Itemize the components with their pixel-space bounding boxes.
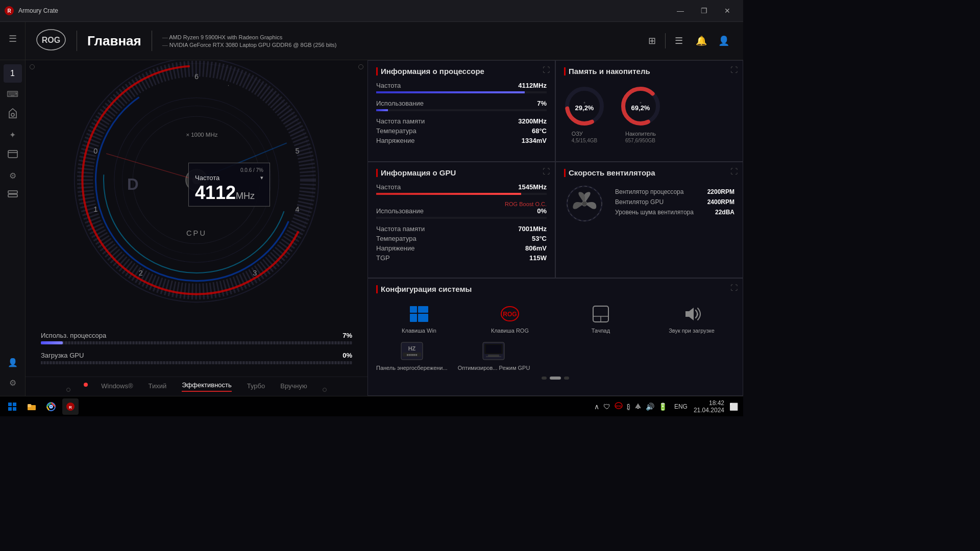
gpu-tgp-label: TGP: [376, 254, 390, 262]
bootsound-label: Звук при загрузке: [669, 327, 715, 334]
mode-windows[interactable]: Windows®: [101, 382, 133, 392]
cpu-usage-bar2: [376, 109, 547, 111]
tray-network[interactable]: [633, 403, 643, 411]
noise-row: Уровень шума вентилятора 22dBA: [615, 209, 734, 216]
cpu-usage-stat2: Использование 7%: [376, 99, 547, 107]
gpu-memfreq-stat: Частота памяти 7001MHz: [376, 225, 547, 233]
ram-circle-wrap: + 29,2% ОЗУ 4,5/15,4GB: [564, 86, 605, 143]
tray-battery[interactable]: 🔋: [657, 403, 668, 411]
cpu-usage-value2: 7%: [537, 99, 547, 107]
svg-text:ROG: ROG: [42, 36, 60, 44]
header-spec-divider: [152, 31, 152, 51]
mode-manual[interactable]: Вручную: [280, 382, 307, 392]
tooltip-dropdown-icon[interactable]: ▾: [260, 174, 263, 181]
svg-rect-5: [8, 151, 17, 158]
gpu-tgp-stat: TGP 115W: [376, 254, 547, 262]
sidebar-item-scenario[interactable]: [4, 146, 22, 164]
mode-silent[interactable]: Тихий: [149, 382, 167, 392]
fan-expand-icon[interactable]: ⛶: [730, 167, 738, 176]
gauge-area: 6 · 5 4 3 2 1 0 × 1000 MHz D CPU: [26, 60, 368, 327]
svg-rect-46: [410, 314, 417, 322]
aura-icon: [7, 108, 18, 121]
gpu-usage-value: 0%: [342, 352, 352, 359]
sidebar-item-tools[interactable]: ⚙: [4, 166, 22, 185]
sys-config-title-text: Конфигурация системы: [381, 285, 472, 293]
maximize-button[interactable]: ❐: [692, 3, 716, 18]
memory-title-text: Память и накопитель: [569, 67, 650, 76]
rogkey-icon: ROG: [497, 304, 523, 324]
cpu-usage-label: Использ. процессора: [41, 332, 106, 339]
minimize-button[interactable]: —: [669, 3, 692, 18]
cpu-usage-bar: [41, 341, 352, 344]
tray-bluetooth[interactable]: ₿: [626, 403, 631, 411]
list-view-button[interactable]: ☰: [670, 32, 688, 50]
corner-circle-tr: [358, 64, 363, 69]
memory-expand-icon[interactable]: ⛶: [730, 66, 738, 74]
sys-config-rogkey[interactable]: ROG Клавиша ROG: [467, 304, 553, 334]
sidebar-item-catalog[interactable]: [4, 187, 22, 205]
taskbar: R ∧ 🛡 ROG ₿ 🔊 🔋: [0, 396, 743, 416]
sidebar-item-settings[interactable]: ⚙: [4, 373, 22, 392]
gpu-usage-label: Использование: [376, 207, 424, 215]
svg-text:4: 4: [296, 205, 300, 213]
cpu-temp-stat: Температура 68°C: [376, 127, 547, 135]
sys-config-card: Конфигурация системы ⛶: [368, 278, 743, 396]
svg-text:R: R: [69, 405, 72, 410]
cpu-memfreq-stat: Частота памяти 3200MHz: [376, 117, 547, 125]
sys-config-touchpad[interactable]: Тачпад: [558, 304, 644, 334]
gpu-fan-label: Вентилятор GPU: [615, 198, 664, 206]
cpu-expand-icon[interactable]: ⛶: [543, 66, 550, 74]
gpu-voltage-value: 806mV: [525, 244, 547, 252]
chrome-button[interactable]: [43, 398, 59, 415]
memory-circles: + 29,2% ОЗУ 4,5/15,4GB: [564, 82, 734, 147]
profile-button[interactable]: 👤: [715, 32, 733, 50]
sys-config-expand-icon[interactable]: ⛶: [730, 284, 738, 292]
sidebar-item-effect[interactable]: ✦: [4, 126, 22, 144]
page-dot-1[interactable]: [542, 377, 547, 380]
gpu-bar-dots: [41, 361, 352, 364]
armoury-crate-taskbar-button[interactable]: R: [62, 398, 79, 415]
pagination: [376, 374, 734, 382]
tray-rog[interactable]: ROG: [614, 402, 624, 411]
sidebar-item-aura[interactable]: [4, 105, 22, 123]
tooltip-label: Частота: [195, 174, 219, 182]
window-controls: — ❐ ✕: [669, 3, 739, 18]
power-label: Панель энергосбережени...: [376, 364, 448, 371]
sidebar-item-home[interactable]: 1: [4, 64, 22, 83]
svg-rect-60: [486, 345, 501, 353]
notification-center-button[interactable]: ⬜: [728, 403, 739, 411]
svg-text:ROG: ROG: [616, 405, 622, 408]
mode-efficiency[interactable]: Эффективность: [182, 381, 232, 392]
cpu-fan-row: Вентилятор процессора 2200RPM: [615, 188, 734, 195]
file-explorer-button[interactable]: [23, 398, 40, 415]
gpu-voltage-stat: Напряжение 806mV: [376, 244, 547, 252]
sys-config-power[interactable]: HZ ■■■■■ Панель энергосбережени...: [376, 341, 448, 371]
rogkey-label: Клавиша ROG: [491, 327, 529, 334]
start-button[interactable]: [4, 398, 20, 415]
gpu-expand-icon[interactable]: ⛶: [543, 167, 550, 176]
menu-icon[interactable]: ☰: [4, 30, 22, 48]
close-button[interactable]: ✕: [716, 3, 739, 18]
grid-view-button[interactable]: ⊞: [643, 32, 661, 50]
tray-shield[interactable]: 🛡: [602, 403, 611, 411]
svg-text:29,2%: 29,2%: [575, 104, 594, 112]
notification-button[interactable]: 🔔: [692, 32, 710, 50]
tray-sound[interactable]: 🔊: [645, 403, 655, 411]
taskbar-language[interactable]: ENG: [672, 403, 690, 410]
sys-config-bootsound[interactable]: Звук при загрузке: [649, 304, 734, 334]
gpu-tgp-value: 115W: [529, 254, 547, 262]
tools-icon: ⚙: [9, 171, 16, 181]
sys-config-winkey[interactable]: Клавиша Win: [376, 304, 462, 334]
sidebar-header: ☰: [0, 22, 26, 60]
page-dot-2[interactable]: [550, 377, 561, 380]
sidebar-item-devices[interactable]: ⌨: [4, 85, 22, 103]
mode-selector: Windows® Тихий Эффективность Турбо Вручн…: [26, 377, 368, 396]
mode-turbo[interactable]: Турбо: [247, 382, 265, 392]
gauge-tooltip[interactable]: 0.0.6 / 7% Частота ▾ 4112MHz: [188, 163, 270, 207]
sidebar-item-profile[interactable]: 👤: [4, 353, 22, 371]
tray-chevron[interactable]: ∧: [593, 403, 600, 411]
page-dot-3[interactable]: [564, 377, 569, 380]
app-title: Armoury Crate: [18, 7, 58, 14]
gpu-usage-bar: [41, 361, 352, 364]
sys-config-gpumode[interactable]: Оптимизиров... Режим GPU: [458, 341, 530, 371]
